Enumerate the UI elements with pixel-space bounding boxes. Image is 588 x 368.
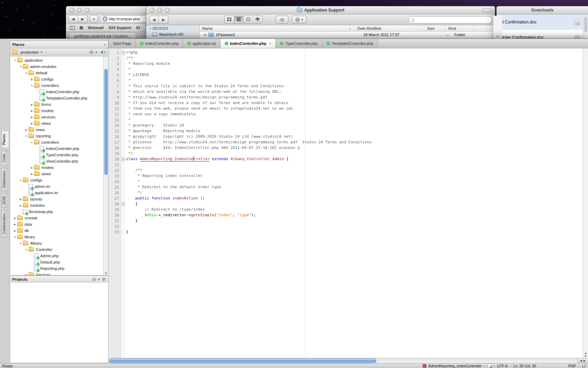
disclosure-triangle-icon[interactable]: ▶: [30, 78, 34, 81]
tree-item-layouts[interactable]: ▶layouts: [10, 196, 108, 202]
tree-item-admin-modules[interactable]: ▼admin-modules: [10, 63, 108, 70]
scrollbar-thumb[interactable]: [109, 359, 376, 363]
tree-item-default[interactable]: ▼default: [10, 70, 108, 76]
disclosure-triangle-icon[interactable]: ▼: [19, 179, 23, 182]
tree-item-admin-ini[interactable]: admin.ini: [10, 183, 108, 190]
tree-item-crontab[interactable]: ▶crontab: [10, 215, 108, 221]
chevron-down-icon[interactable]: ▼: [98, 278, 100, 281]
tree-item-configs[interactable]: ▼configs: [10, 177, 108, 183]
close-places-button[interactable]: ×: [104, 42, 106, 47]
tree-item-reporting[interactable]: ▼reporting: [10, 133, 108, 139]
disclosure-triangle-icon[interactable]: ▶: [24, 128, 28, 131]
editor-vertical-scrollbar[interactable]: ▲ ▼: [583, 48, 588, 358]
forward-arrow-icon[interactable]: [104, 50, 106, 54]
chevron-down-icon[interactable]: ▼: [95, 51, 98, 54]
bookmarks-book-icon[interactable]: [70, 26, 75, 30]
tree-scrollbar[interactable]: ▼: [103, 56, 108, 275]
toolbar-pill-button[interactable]: [482, 8, 491, 12]
new-tab-button[interactable]: +: [90, 15, 98, 23]
tree-item-models[interactable]: ▶models: [10, 164, 108, 171]
icon-view-icon[interactable]: [225, 16, 234, 23]
downloads-titlebar[interactable]: Downloads: [497, 6, 588, 14]
refresh-icon[interactable]: [582, 364, 586, 368]
disclosure-triangle-icon[interactable]: ▼: [19, 66, 23, 68]
editor-tab-templatescontroller-php[interactable]: ✓TemplatesController.php: [322, 39, 378, 48]
editor-tab-application-ini[interactable]: ✓application.ini: [183, 39, 220, 48]
finder-titlebar[interactable]: Application Support: [146, 6, 495, 14]
gear-icon[interactable]: [92, 277, 97, 282]
tree-item-templatescontroller-php[interactable]: TemplatesController.php: [10, 95, 108, 101]
tree-item-default-php[interactable]: Default.php: [10, 259, 108, 265]
top-sites-icon[interactable]: [80, 26, 83, 29]
tree-item-library[interactable]: ▼library: [10, 234, 108, 240]
disclosure-triangle-icon[interactable]: ▼: [30, 84, 34, 87]
rail-tab-databases[interactable]: Databases: [1, 168, 8, 191]
list-view-icon[interactable]: [234, 16, 243, 23]
disclosure-triangle-icon[interactable]: ▶: [19, 204, 23, 207]
tree-item-indexcontroller-php[interactable]: IndexController.php: [10, 89, 108, 95]
scrollbar-thumb[interactable]: [583, 17, 587, 32]
tree-item-viewcontroller-php[interactable]: ViewController.php: [10, 158, 108, 164]
rail-tab-code[interactable]: Code: [1, 151, 8, 165]
rail-tab-places[interactable]: Places: [1, 131, 8, 148]
devices-header[interactable]: ▼ DEVICES: [149, 27, 199, 30]
rail-tab-dom[interactable]: DOM: [1, 193, 8, 207]
disclosure-triangle-icon[interactable]: ▶: [13, 217, 17, 220]
add-icon[interactable]: +: [496, 34, 499, 39]
rail-tab-collaboration[interactable]: Collaboration: [1, 210, 8, 237]
disclosure-triangle-icon[interactable]: ▶: [30, 109, 34, 113]
tree-item-configs[interactable]: ▶configs: [10, 76, 108, 82]
tree-item-services[interactable]: ▶Services: [10, 272, 108, 275]
tree-item-admin-php[interactable]: Admin.php: [10, 253, 108, 259]
tree-item-typecontroller-php[interactable]: TypeController.php: [10, 152, 108, 158]
disclosure-triangle-icon[interactable]: ▼: [24, 248, 28, 251]
status-language[interactable]: PHP: [568, 364, 576, 368]
scroll-up-icon[interactable]: ▲: [584, 352, 587, 355]
tree-item-views[interactable]: ▶views: [10, 120, 108, 127]
editor-tab-typecontroller-php[interactable]: ✓TypeController.php: [276, 39, 322, 48]
back-icon[interactable]: ◀: [149, 16, 159, 23]
forward-icon[interactable]: ▶: [78, 15, 87, 22]
tree-item-albany[interactable]: ▼Albany: [10, 240, 108, 246]
tree-item-controllers[interactable]: ▼controllers: [10, 82, 108, 89]
tree-item-forms[interactable]: ▶forms: [10, 101, 108, 108]
tree-item-application-ini[interactable]: application.ini: [10, 190, 108, 196]
back-arrow-icon[interactable]: [99, 50, 103, 54]
disclosure-triangle-icon[interactable]: ▶: [30, 172, 34, 176]
close-tab-icon[interactable]: ×: [269, 41, 271, 46]
code-fold-icon[interactable]: [122, 203, 125, 206]
fold-column[interactable]: [120, 156, 126, 162]
quick-look-button[interactable]: [574, 19, 581, 26]
download-item-nt-confirmation-doc[interactable]: nt Confirmation.doc: [497, 14, 588, 30]
stepper-icon[interactable]: ↕: [484, 364, 485, 368]
quick-look-button[interactable]: [276, 16, 288, 23]
disclosure-triangle-icon[interactable]: ▼: [24, 72, 28, 74]
back-icon[interactable]: ◀: [69, 15, 78, 22]
scroll-down-icon[interactable]: ▼: [104, 272, 108, 275]
url-field[interactable]: http://compas-pha: [100, 15, 150, 22]
forward-icon[interactable]: ▶: [159, 16, 168, 23]
editor-tab-indexcontroller-php[interactable]: ✓IndexController.php: [136, 39, 183, 48]
scroll-down-icon[interactable]: ▼: [584, 355, 587, 358]
scrollbar-thumb[interactable]: [104, 69, 108, 175]
scroll-right-icon[interactable]: ▶: [583, 359, 586, 362]
sidebar-item-macintosh-hd[interactable]: Macintosh HD: [152, 32, 199, 36]
status-encoding[interactable]: UTF-8: [497, 364, 507, 368]
scroll-left-icon[interactable]: ◀: [580, 359, 582, 362]
fold-column[interactable]: [120, 50, 126, 55]
coverflow-view-icon[interactable]: [253, 16, 262, 23]
disclosure-triangle-icon[interactable]: ▼: [13, 236, 17, 238]
disclosure-triangle-icon[interactable]: ▼: [149, 27, 152, 30]
editor-tab-indexcontroller-php[interactable]: ✓IndexController.php×: [220, 39, 276, 48]
tree-item-views[interactable]: ▶views: [10, 171, 108, 177]
fold-column[interactable]: [120, 201, 126, 207]
tree-item-news[interactable]: ▶news: [10, 127, 108, 133]
zoom-window-button[interactable]: [85, 8, 90, 13]
chevron-down-icon[interactable]: ▼: [40, 51, 43, 54]
disclosure-triangle-icon[interactable]: ▶: [30, 122, 34, 125]
disclosure-triangle-icon[interactable]: ▶: [30, 103, 34, 106]
filter-icon[interactable]: [102, 278, 106, 281]
code-view[interactable]: 1<?php2/**3 * Reporting module4 *5 * LIC…: [108, 48, 588, 358]
minimize-window-button[interactable]: [77, 8, 82, 13]
tree-item-controllers[interactable]: ▼controllers: [10, 139, 108, 145]
